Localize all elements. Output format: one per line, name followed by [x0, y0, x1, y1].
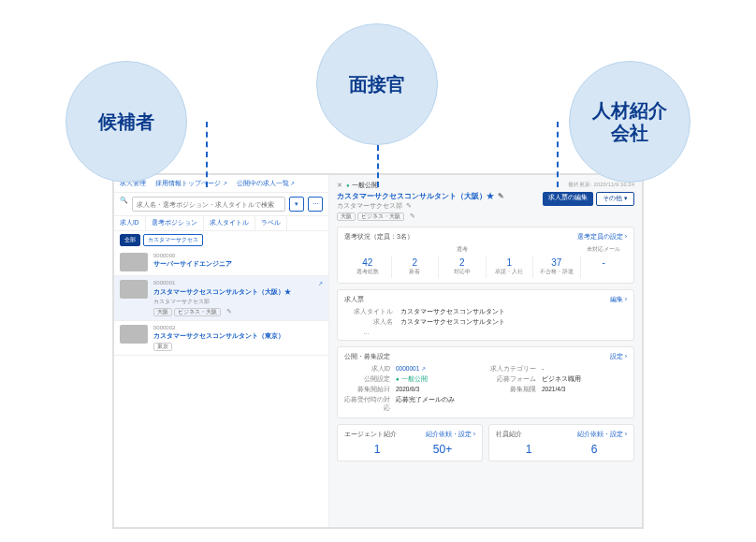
bubble-candidate: 候補者: [65, 61, 187, 183]
job-item[interactable]: 0000000 サーバーサイドエンジニア: [114, 249, 328, 276]
field-label: 募集期限: [490, 386, 542, 394]
job-thumbnail: [120, 325, 148, 344]
tab-title[interactable]: 求人タイトル: [204, 216, 255, 230]
field-value: 2020/8/3: [396, 386, 419, 394]
field-value: カスタマーサクセスコンサルタント: [400, 308, 505, 316]
settings-link[interactable]: 設定 ›: [610, 352, 627, 361]
search-row: 🔍 ▾ ⋯: [114, 193, 328, 216]
job-posting-card: 求人票 編集 › 求人タイトルカスタマーサクセスコンサルタント 求人名カスタマー…: [337, 289, 634, 341]
job-item[interactable]: 0000002 カスタマーサクセスコンサルタント（東京） 東京: [114, 321, 328, 356]
publish-status: 一般公開: [352, 182, 378, 188]
chip-cs[interactable]: カスタマーサクセス: [143, 234, 203, 246]
connector-line: [206, 122, 208, 187]
left-panel: 求人管理 採用情報トップページ 公開中の求人一覧 🔍 ▾ ⋯ 求人ID 選考ポジ…: [114, 175, 329, 527]
job-title: サーバーサイドエンジニア: [153, 259, 323, 269]
emp-count-2[interactable]: 6: [561, 443, 627, 456]
card-title: 選考状況（定員：3名）: [344, 232, 414, 242]
field-label: 求人タイトル: [344, 308, 400, 316]
detail-title: カスタマーサクセスコンサルタント（大阪）★✎: [337, 191, 543, 201]
bubble-agency: 人材紹介 会社: [569, 61, 691, 183]
edit-icon[interactable]: ✎: [226, 308, 232, 316]
col-review: 選考: [391, 245, 532, 254]
status-indicator: ●: [346, 183, 350, 188]
job-id: 0000000: [153, 253, 175, 258]
detail-panel: ✕● 一般公開 カスタマーサクセスコンサルタント（大阪）★✎ カスタマーサクセス…: [329, 175, 642, 527]
nav-recruit-top[interactable]: 採用情報トップページ: [155, 180, 227, 186]
detail-tag: 大阪: [337, 212, 356, 221]
field-value: 2021/4/3: [542, 386, 565, 394]
job-tag: ビジネス・大阪: [174, 308, 221, 316]
col-mail: 未対応メール: [580, 245, 627, 254]
search-input[interactable]: [132, 197, 285, 212]
selection-stats: 42選考総数 2新着 2対応中 1承諾・入社 37不合格・辞退 -: [344, 256, 627, 278]
stat-progress[interactable]: 2対応中: [439, 256, 487, 278]
field-label: 応募受付時の対応: [344, 396, 396, 413]
field-label: 求人ID: [344, 365, 396, 374]
other-actions-button[interactable]: その他 ▾: [596, 192, 634, 206]
card-title: 社員紹介: [496, 430, 522, 439]
job-sub: カスタマーサクセス部: [153, 298, 323, 306]
edit-posting-button[interactable]: 求人票の編集: [543, 192, 593, 206]
close-icon[interactable]: ✕: [337, 182, 342, 188]
nav-open-jobs[interactable]: 公開中の求人一覧: [237, 180, 296, 186]
emp-count-1[interactable]: 1: [496, 443, 561, 456]
expand-more[interactable]: …: [344, 329, 627, 335]
stat-rejected[interactable]: 37不合格・辞退: [533, 256, 581, 278]
job-id: 0000002: [153, 325, 175, 330]
stat-mail[interactable]: -: [581, 256, 628, 278]
field-value: カスタマーサクセスコンサルタント: [400, 318, 505, 327]
agent-referral-card: エージェント紹介 紹介依頼・設定 › 1 50+: [337, 424, 483, 461]
detail-sub: カスタマーサクセス部✎: [337, 202, 543, 211]
stat-total[interactable]: 42選考総数: [344, 256, 392, 278]
edit-icon[interactable]: ✎: [406, 202, 412, 209]
detail-tag: ビジネス・大阪: [357, 212, 404, 221]
card-title: エージェント紹介: [344, 430, 397, 439]
filter-chips: 全部 カスタマーサクセス: [114, 231, 328, 249]
job-list: 0000000 サーバーサイドエンジニア 0000001↗ カスタマーサクセスコ…: [114, 249, 328, 527]
job-tag: 大阪: [153, 308, 172, 316]
referral-cards: エージェント紹介 紹介依頼・設定 › 1 50+ 社員紹介 紹介依頼・設定 › …: [337, 424, 634, 467]
agent-count-2[interactable]: 50+: [410, 443, 475, 456]
agent-count-1[interactable]: 1: [344, 443, 410, 456]
connector-line: [377, 145, 379, 187]
referral-settings-link[interactable]: 紹介依頼・設定 ›: [577, 430, 627, 439]
laptop-screen: 求人管理 採用情報トップページ 公開中の求人一覧 🔍 ▾ ⋯ 求人ID 選考ポジ…: [112, 173, 644, 529]
open-icon[interactable]: ↗: [318, 280, 323, 286]
selection-status-card: 選考状況（定員：3名） 選考定員の設定 › 選考 未対応メール 42選考総数 2…: [337, 227, 634, 284]
edit-link[interactable]: 編集 ›: [610, 295, 627, 304]
job-title: カスタマーサクセスコンサルタント（大阪）★: [153, 287, 323, 297]
quota-settings-link[interactable]: 選考定員の設定 ›: [577, 232, 627, 242]
job-item-active[interactable]: 0000001↗ カスタマーサクセスコンサルタント（大阪）★ カスタマーサクセス…: [114, 276, 328, 321]
stat-new[interactable]: 2新着: [392, 256, 440, 278]
publish-settings-card: 公開・募集設定 設定 › 求人ID0000001 求人カテゴリー- 公開設定● …: [337, 346, 634, 418]
job-title: カスタマーサクセスコンサルタント（東京）: [153, 331, 323, 341]
tab-position[interactable]: 選考ポジション: [146, 216, 204, 230]
field-value: ● 一般公開: [396, 375, 428, 384]
referral-settings-link[interactable]: 紹介依頼・設定 ›: [426, 430, 475, 439]
job-tag: 東京: [153, 343, 172, 351]
field-label: 公開設定: [344, 375, 396, 384]
field-label: 応募フォーム: [490, 375, 542, 384]
field-label: 募集開始日: [344, 386, 396, 394]
bubble-interviewer: 面接官: [316, 23, 438, 145]
field-label: 求人カテゴリー: [490, 365, 542, 374]
field-value: ビジネス職用: [542, 375, 581, 384]
edit-icon[interactable]: ✎: [498, 192, 504, 200]
job-thumbnail: [120, 280, 148, 299]
tab-job-id[interactable]: 求人ID: [114, 216, 146, 230]
filter-button[interactable]: ▾: [289, 197, 304, 212]
edit-icon[interactable]: ✎: [410, 212, 415, 221]
app-window: 求人管理 採用情報トップページ 公開中の求人一覧 🔍 ▾ ⋯ 求人ID 選考ポジ…: [114, 175, 642, 527]
field-label: 求人名: [344, 318, 400, 327]
tab-label[interactable]: ラベル: [255, 216, 287, 230]
stat-accepted[interactable]: 1承諾・入社: [487, 256, 534, 278]
search-icon: 🔍: [120, 197, 128, 212]
field-value-jobid[interactable]: 0000001: [396, 365, 426, 374]
card-title: 公開・募集設定: [344, 352, 390, 361]
sort-button[interactable]: ⋯: [308, 197, 323, 212]
list-header-tabs: 求人ID 選考ポジション 求人タイトル ラベル: [114, 216, 328, 231]
card-title: 求人票: [344, 295, 364, 304]
job-id: 0000001: [153, 280, 175, 286]
chip-all[interactable]: 全部: [120, 234, 140, 246]
detail-header: ✕● 一般公開 カスタマーサクセスコンサルタント（大阪）★✎ カスタマーサクセス…: [337, 181, 634, 221]
